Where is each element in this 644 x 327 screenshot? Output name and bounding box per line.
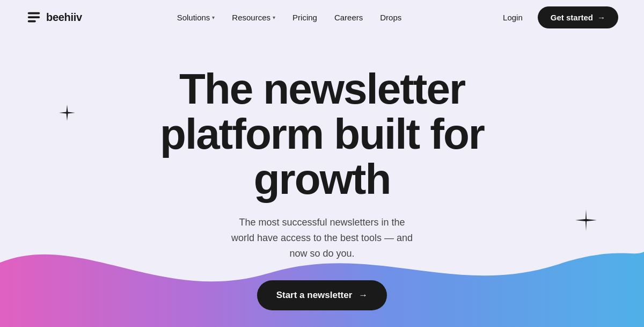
logo-icon	[26, 9, 42, 25]
navigation: beehiiv Solutions ▾ Resources ▾ Pricing …	[0, 0, 644, 34]
logo-text: beehiiv	[46, 11, 82, 24]
hero-subtitle: The most successful newsletters in the w…	[231, 215, 413, 261]
solutions-link[interactable]: Solutions ▾	[177, 13, 215, 22]
chevron-down-icon: ▾	[273, 14, 275, 20]
nav-actions: Login Get started →	[496, 6, 618, 28]
svg-rect-1	[28, 16, 40, 18]
logo-link[interactable]: beehiiv	[26, 9, 82, 25]
nav-item-solutions[interactable]: Solutions ▾	[177, 13, 215, 22]
hero-section: The newsletter platform built for growth…	[0, 34, 644, 310]
arrow-icon: →	[358, 290, 368, 301]
resources-link[interactable]: Resources ▾	[232, 13, 275, 22]
start-newsletter-button[interactable]: Start a newsletter →	[257, 280, 387, 310]
pricing-link[interactable]: Pricing	[292, 13, 317, 22]
decorative-star-right	[575, 209, 597, 231]
nav-item-drops[interactable]: Drops	[380, 13, 401, 22]
nav-links: Solutions ▾ Resources ▾ Pricing Careers …	[177, 13, 402, 22]
chevron-down-icon: ▾	[212, 14, 215, 20]
login-button[interactable]: Login	[496, 9, 529, 26]
drops-link[interactable]: Drops	[380, 13, 401, 22]
svg-rect-0	[28, 12, 40, 14]
nav-item-careers[interactable]: Careers	[334, 13, 363, 22]
svg-rect-2	[28, 20, 36, 23]
hero-title: The newsletter platform built for growth	[160, 67, 484, 202]
nav-item-pricing[interactable]: Pricing	[292, 13, 317, 22]
arrow-icon: →	[597, 13, 605, 22]
careers-link[interactable]: Careers	[334, 13, 363, 22]
get-started-button[interactable]: Get started →	[538, 6, 618, 28]
nav-item-resources[interactable]: Resources ▾	[232, 13, 275, 22]
